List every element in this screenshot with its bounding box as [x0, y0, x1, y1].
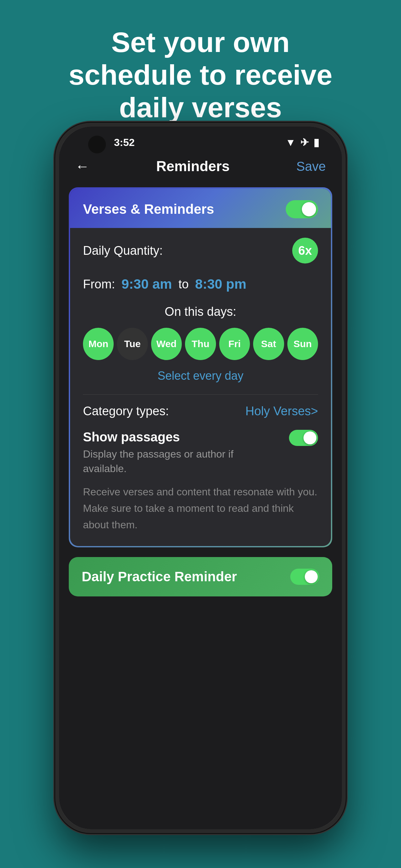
day-wed[interactable]: Wed	[151, 328, 182, 360]
bottom-card-title: Daily Practice Reminder	[82, 569, 237, 585]
hero-text: Set your own schedule to receive daily v…	[0, 0, 401, 137]
card-body: Daily Quantity: 6x From: 9:30 am to 8:30…	[70, 228, 331, 546]
verses-reminders-card-inner: Verses & Reminders Daily Quantity: 6x Fr…	[70, 189, 331, 546]
days-row: Mon Tue Wed Thu Fri Sat Sun	[83, 328, 318, 360]
phone-mockup: 3:52 ▼ ✈ ▮ ← Reminders Save Verses & Rem	[55, 123, 346, 833]
daily-practice-toggle[interactable]	[290, 569, 319, 585]
passages-title: Show passages	[83, 430, 279, 444]
card-title: Verses & Reminders	[83, 202, 214, 217]
hero-section: Set your own schedule to receive daily v…	[0, 0, 401, 137]
camera-cutout	[88, 135, 106, 153]
from-time[interactable]: 9:30 am	[121, 276, 172, 292]
day-thu[interactable]: Thu	[185, 328, 216, 360]
back-button[interactable]: ←	[75, 158, 89, 175]
time-range-row: From: 9:30 am to 8:30 pm	[83, 276, 318, 292]
from-label: From:	[83, 277, 115, 291]
phone-screen: 3:52 ▼ ✈ ▮ ← Reminders Save Verses & Rem	[59, 127, 342, 829]
category-row: Category types: Holy Verses>	[83, 404, 318, 418]
phone-frame: 3:52 ▼ ✈ ▮ ← Reminders Save Verses & Rem	[55, 123, 346, 833]
wifi-icon: ▼	[285, 136, 296, 149]
on-this-days-label: On this days:	[83, 305, 318, 319]
info-text: Receive verses and content that resonate…	[83, 484, 318, 533]
battery-icon: ▮	[313, 136, 319, 149]
to-time[interactable]: 8:30 pm	[195, 276, 246, 292]
passages-text: Show passages Display the passages or au…	[83, 430, 289, 476]
select-every-day-link[interactable]: Select every day	[83, 369, 318, 383]
day-tue[interactable]: Tue	[117, 328, 148, 360]
divider	[83, 394, 318, 395]
save-button[interactable]: Save	[297, 159, 326, 174]
app-header: ← Reminders Save	[59, 152, 342, 181]
page-title: Reminders	[156, 158, 229, 175]
airplane-icon: ✈	[300, 136, 309, 149]
status-icons: ▼ ✈ ▮	[285, 136, 319, 149]
bottom-card-inner: Daily Practice Reminder	[69, 557, 332, 596]
passages-toggle[interactable]	[289, 430, 318, 446]
verses-toggle[interactable]	[286, 200, 318, 218]
category-label: Category types:	[83, 404, 169, 418]
daily-quantity-label: Daily Quantity:	[83, 244, 163, 258]
category-value[interactable]: Holy Verses>	[245, 404, 318, 418]
time-to-separator: to	[179, 277, 189, 291]
day-sat[interactable]: Sat	[253, 328, 284, 360]
day-fri[interactable]: Fri	[219, 328, 250, 360]
passages-subtitle: Display the passages or author if availa…	[83, 447, 279, 476]
bottom-card: Daily Practice Reminder	[69, 557, 332, 596]
day-sun[interactable]: Sun	[287, 328, 318, 360]
show-passages-row: Show passages Display the passages or au…	[83, 430, 318, 476]
day-mon[interactable]: Mon	[83, 328, 114, 360]
card-header: Verses & Reminders	[70, 189, 331, 228]
status-time: 3:52	[114, 136, 135, 149]
verses-reminders-card: Verses & Reminders Daily Quantity: 6x Fr…	[69, 187, 332, 547]
daily-quantity-row: Daily Quantity: 6x	[83, 238, 318, 264]
daily-quantity-badge[interactable]: 6x	[292, 238, 318, 264]
